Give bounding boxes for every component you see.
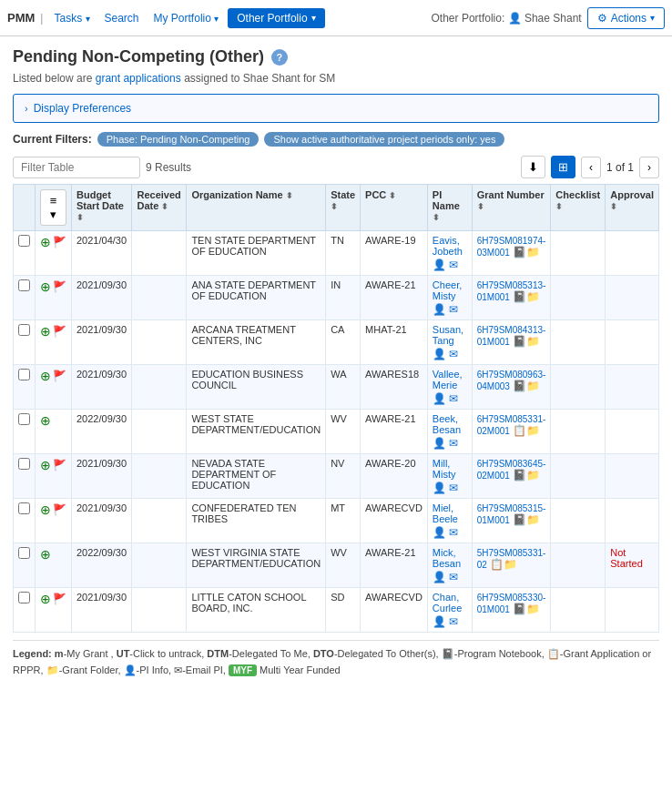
grant-number: 6H79SM085331-02M001 📋📁 <box>472 410 551 454</box>
row-checkbox[interactable] <box>18 369 30 380</box>
email-pi-icon[interactable]: ✉ <box>449 259 458 271</box>
email-pi-icon[interactable]: ✉ <box>449 571 458 583</box>
plus-icon[interactable]: ⊕ <box>40 369 51 383</box>
flag-icon[interactable]: 🚩 <box>53 503 66 516</box>
flag-icon[interactable]: 🚩 <box>53 593 66 605</box>
doc-icons: 📓📁 <box>513 290 540 303</box>
grid-view-button[interactable]: ⊞ <box>551 156 575 178</box>
plus-icon[interactable]: ⊕ <box>40 324 51 339</box>
pi-info-icon[interactable]: 👤 <box>433 615 446 628</box>
email-pi-icon[interactable]: ✉ <box>449 437 458 450</box>
pi-name-link[interactable]: Susan, Tang <box>433 324 463 346</box>
actions-button[interactable]: ⚙ Actions ▾ <box>587 7 665 29</box>
filter-table-input[interactable] <box>13 157 140 178</box>
row-checkbox[interactable] <box>18 279 30 291</box>
email-pi-icon[interactable]: ✉ <box>449 526 458 539</box>
pi-name-link[interactable]: Cheer, Misty <box>433 279 462 301</box>
email-pi-icon[interactable]: ✉ <box>449 348 458 360</box>
row-checkbox-cell <box>14 543 36 588</box>
flag-icon[interactable]: 🚩 <box>53 370 66 382</box>
pi-info-icon[interactable]: 👤 <box>433 303 446 316</box>
row-checkbox[interactable] <box>18 547 30 559</box>
nav-my-portfolio[interactable]: My Portfolio ▾ <box>148 8 225 28</box>
plus-icon[interactable]: ⊕ <box>40 547 51 562</box>
row-checkbox-cell <box>14 231 36 276</box>
pi-name-link[interactable]: Eavis, Jobeth <box>433 235 463 257</box>
row-checkbox[interactable] <box>18 324 30 336</box>
budget-start-date: 2021/09/30 <box>72 499 132 543</box>
download-button[interactable]: ⬇ <box>521 156 545 178</box>
row-checkbox[interactable] <box>18 413 30 425</box>
filter-badge-active[interactable]: Show active authoritative project period… <box>264 132 504 147</box>
help-icon[interactable]: ? <box>271 49 288 66</box>
pi-info-icon[interactable]: 👤 <box>433 392 446 405</box>
sort-arrow-grant: ⬍ <box>477 202 484 211</box>
pi-name-link[interactable]: Vallee, Merie <box>433 369 463 390</box>
pi-name: Miel, Beele 👤 ✉ <box>427 499 472 543</box>
sort-arrow-received: ⬍ <box>161 202 168 211</box>
pi-info-icon[interactable]: 👤 <box>433 259 446 271</box>
state: WA <box>326 365 361 410</box>
approval: Not Started <box>606 543 659 588</box>
checklist <box>551 410 606 454</box>
checklist <box>551 365 606 410</box>
pi-info-icon[interactable]: 👤 <box>433 571 446 583</box>
pi-info-icon[interactable]: 👤 <box>433 437 446 450</box>
approval <box>606 410 659 454</box>
col-header-checklist: Checklist ⬍ <box>551 185 606 231</box>
state: CA <box>326 320 361 365</box>
row-checkbox[interactable] <box>18 235 30 247</box>
table-row: ⊕ 🚩 2021/09/30 EDUCATION BUSINESS COUNCI… <box>14 365 659 410</box>
flag-icon[interactable]: 🚩 <box>53 325 66 338</box>
nav-search[interactable]: Search <box>99 8 145 28</box>
prev-page-button[interactable]: ‹ <box>581 157 601 178</box>
email-pi-icon[interactable]: ✉ <box>449 615 458 628</box>
row-checkbox[interactable] <box>18 592 30 603</box>
filter-badge-phase[interactable]: Phase: Pending Non-Competing <box>97 132 260 147</box>
approval <box>606 231 659 276</box>
page-title-row: Pending Non-Competing (Other) ? <box>13 47 659 66</box>
flag-icon[interactable]: 🚩 <box>53 236 66 248</box>
email-pi-icon[interactable]: ✉ <box>449 482 458 494</box>
plus-icon[interactable]: ⊕ <box>40 592 51 606</box>
pi-info-icon[interactable]: 👤 <box>433 482 446 494</box>
row-checkbox[interactable] <box>18 502 30 514</box>
nav-other-portfolio[interactable]: Other Portfolio ▾ <box>228 8 324 28</box>
grant-applications-link[interactable]: grant applications <box>96 72 181 85</box>
row-checkbox[interactable] <box>18 458 30 470</box>
doc-icons: 📋📁 <box>513 424 540 437</box>
pi-name-link[interactable]: Mill, Misty <box>433 458 456 480</box>
doc-icons: 📓📁 <box>513 380 540 392</box>
plus-icon[interactable]: ⊕ <box>40 235 51 249</box>
plus-icon[interactable]: ⊕ <box>40 502 51 517</box>
col-header-grant: Grant Number ⬍ <box>472 185 551 231</box>
email-pi-icon[interactable]: ✉ <box>449 392 458 405</box>
flag-icon[interactable]: 🚩 <box>53 459 66 472</box>
pi-info-icon[interactable]: 👤 <box>433 348 446 360</box>
column-menu-button[interactable]: ≡ ▾ <box>40 189 66 226</box>
pi-name-link[interactable]: Chan, Curlee <box>433 592 462 614</box>
row-checkbox-cell <box>14 365 36 410</box>
pi-name-link[interactable]: Mick, Besan <box>433 547 461 569</box>
col-header-pi: PI Name ⬍ <box>427 185 472 231</box>
doc-icons: 📓📁 <box>513 603 540 615</box>
budget-start-date: 2021/09/30 <box>72 454 132 499</box>
display-preferences-toggle[interactable]: › Display Preferences <box>25 102 647 115</box>
next-page-button[interactable]: › <box>639 157 659 178</box>
pi-name-link[interactable]: Miel, Beele <box>433 502 458 524</box>
plus-icon[interactable]: ⊕ <box>40 458 51 472</box>
pi-name-link[interactable]: Beek, Besan <box>433 413 461 435</box>
flag-icon[interactable]: 🚩 <box>53 280 66 293</box>
plus-icon[interactable]: ⊕ <box>40 279 51 294</box>
grant-number: 5H79SM085331-02 📋📁 <box>472 543 551 588</box>
email-pi-icon[interactable]: ✉ <box>449 303 458 316</box>
col-header-approval: Approval ⬍ <box>606 185 659 231</box>
org-name: EDUCATION BUSINESS COUNCIL <box>187 365 326 410</box>
top-navigation: PMM | Tasks ▾ Search My Portfolio ▾ Othe… <box>0 0 672 36</box>
nav-tasks[interactable]: Tasks ▾ <box>48 8 95 28</box>
plus-icon[interactable]: ⊕ <box>40 413 51 428</box>
state: TN <box>326 231 361 276</box>
pi-info-icon[interactable]: 👤 <box>433 526 446 539</box>
table-row: ⊕ 2022/09/30 WEST VIRGINIA STATE DEPARTM… <box>14 543 659 588</box>
doc-icons: 📓📁 <box>513 469 540 482</box>
